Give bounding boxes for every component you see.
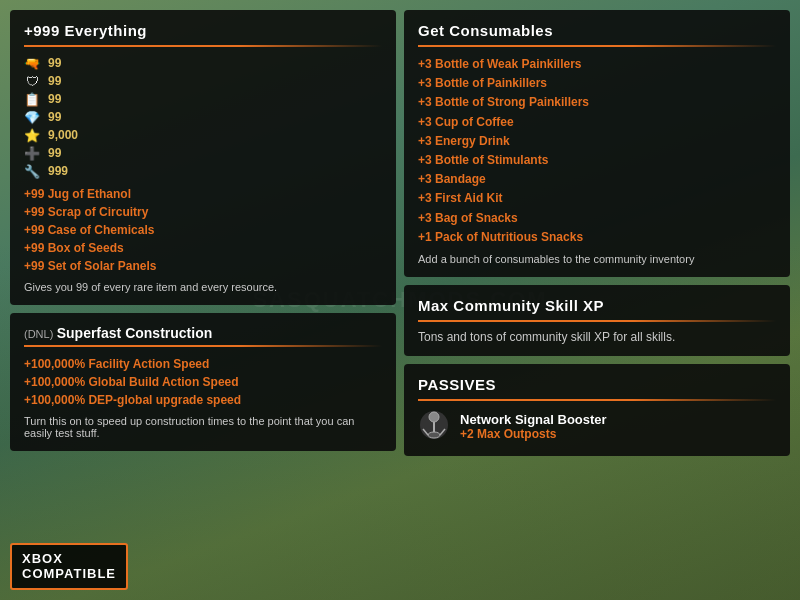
resource-grid: 🔫 99 🛡 99 📋 99 💎 99 ⭐ 9,000 ➕ 99 🔧 999 [24,55,382,179]
orange-item-4[interactable]: +99 Set of Solar Panels [24,257,382,275]
consumable-6[interactable]: +3 Bandage [418,170,776,189]
right-column: Get Consumables +3 Bottle of Weak Painki… [404,10,790,519]
orange-item-3[interactable]: +99 Box of Seeds [24,239,382,257]
card-passives: PASSIVES Network Signal Booster +2 Max [404,364,790,456]
plus-val: 99 [48,146,382,160]
shield-icon: 🛡 [24,73,40,89]
consumable-8[interactable]: +3 Bag of Snacks [418,209,776,228]
dnl-label: (DNL) [24,328,53,340]
construction-title: Superfast Construction [57,325,213,341]
bullet-val: 99 [48,56,382,70]
consumable-9[interactable]: +1 Pack of Nutritious Snacks [418,228,776,247]
consumables-list: +3 Bottle of Weak Painkillers +3 Bottle … [418,55,776,247]
construction-divider [24,345,382,347]
paper-icon: 📋 [24,91,40,107]
skill-description: Tons and tons of community skill XP for … [418,330,776,344]
card-everything: +999 Everything 🔫 99 🛡 99 📋 99 💎 99 ⭐ 9,… [10,10,396,305]
consumable-7[interactable]: +3 First Aid Kit [418,189,776,208]
svg-point-3 [428,432,440,438]
consumables-description: Add a bunch of consumables to the commun… [418,253,776,265]
passive-item-0: Network Signal Booster +2 Max Outposts [418,409,776,444]
star-icon: ⭐ [24,127,40,143]
construction-header: (DNL) Superfast Construction [24,325,382,341]
consumable-1[interactable]: +3 Bottle of Painkillers [418,74,776,93]
bullet-icon: 🔫 [24,55,40,71]
passives-title: PASSIVES [418,376,776,393]
orange-item-2[interactable]: +99 Case of Chemicals [24,221,382,239]
skill-divider [418,320,776,322]
xbox-badge: XBOX COMPATIBLE [10,543,128,590]
wrench-icon: 🔧 [24,163,40,179]
consumables-divider [418,45,776,47]
card-consumables: Get Consumables +3 Bottle of Weak Painki… [404,10,790,277]
consumable-4[interactable]: +3 Energy Drink [418,132,776,151]
shield-val: 99 [48,74,382,88]
consumable-5[interactable]: +3 Bottle of Stimulants [418,151,776,170]
satellite-icon [418,409,450,444]
skill-title: Max Community Skill XP [418,297,776,314]
passive-name-0: Network Signal Booster [460,412,607,427]
left-column: +999 Everything 🔫 99 🛡 99 📋 99 💎 99 ⭐ 9,… [10,10,396,519]
consumable-3[interactable]: +3 Cup of Coffee [418,113,776,132]
speed-item-1[interactable]: +100,000% Global Build Action Speed [24,373,382,391]
construction-description: Turn this on to speed up construction ti… [24,415,382,439]
consumable-0[interactable]: +3 Bottle of Weak Painkillers [418,55,776,74]
svg-point-1 [429,412,439,422]
gem-val: 99 [48,110,382,124]
passive-bonus-0: +2 Max Outposts [460,427,607,441]
passive-details: Network Signal Booster +2 Max Outposts [460,412,607,441]
xbox-line2: COMPATIBLE [22,566,116,582]
orange-item-1[interactable]: +99 Scrap of Circuitry [24,203,382,221]
orange-items-list: +99 Jug of Ethanol +99 Scrap of Circuitr… [24,185,382,275]
consumable-2[interactable]: +3 Bottle of Strong Painkillers [418,93,776,112]
paper-val: 99 [48,92,382,106]
everything-title: +999 Everything [24,22,382,39]
orange-item-0[interactable]: +99 Jug of Ethanol [24,185,382,203]
xbox-line1: XBOX [22,551,116,567]
construction-speeds: +100,000% Facility Action Speed +100,000… [24,355,382,409]
star-val: 9,000 [48,128,382,142]
main-layout: +999 Everything 🔫 99 🛡 99 📋 99 💎 99 ⭐ 9,… [10,10,790,590]
everything-description: Gives you 99 of every rare item and ever… [24,281,382,293]
card-max-skill: Max Community Skill XP Tons and tons of … [404,285,790,356]
plus-icon: ➕ [24,145,40,161]
card-construction: (DNL) Superfast Construction +100,000% F… [10,313,396,451]
gem-icon: 💎 [24,109,40,125]
everything-divider [24,45,382,47]
speed-item-2[interactable]: +100,000% DEP-global upgrade speed [24,391,382,409]
consumables-title: Get Consumables [418,22,776,39]
passives-divider [418,399,776,401]
speed-item-0[interactable]: +100,000% Facility Action Speed [24,355,382,373]
wrench-val: 999 [48,164,382,178]
